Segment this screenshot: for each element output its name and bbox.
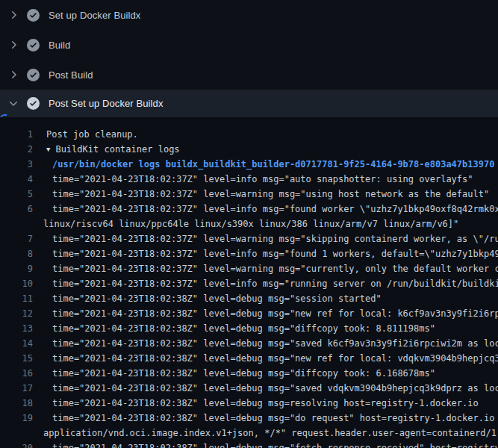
log-row: 15time="2021-04-23T18:02:38Z" level=debu…: [0, 351, 498, 366]
log-line-text: time="2021-04-23T18:02:38Z" level=debug …: [52, 411, 498, 426]
section-list: Set up Docker BuildxBuildPost BuildPost …: [0, 0, 498, 117]
line-number-link[interactable]: 8: [0, 246, 33, 261]
line-number-link[interactable]: 20: [0, 441, 33, 448]
log-line-text: time="2021-04-23T18:02:38Z" level=debug …: [52, 366, 435, 381]
log-row: 14time="2021-04-23T18:02:38Z" level=debu…: [0, 336, 498, 351]
log-line-text: time="2021-04-23T18:02:37Z" level=info m…: [52, 246, 498, 261]
log-row: 10time="2021-04-23T18:02:37Z" level=info…: [0, 276, 498, 291]
log-line-text: time="2021-04-23T18:02:38Z" level=debug …: [52, 291, 382, 306]
line-number-link[interactable]: 7: [0, 231, 33, 246]
log-row: 20time="2021-04-23T18:02:38Z" level=debu…: [0, 441, 498, 448]
log-line-text: linux/riscv64 linux/ppc64le linux/s390x …: [43, 217, 458, 231]
log-row: 19time="2021-04-23T18:02:38Z" level=debu…: [0, 411, 498, 426]
actions-log-viewer: { "colors": { "background": "#0d1117", "…: [0, 0, 498, 448]
line-number-link[interactable]: 12: [0, 306, 33, 321]
check-circle-icon: [27, 69, 40, 81]
line-number-link[interactable]: 2: [0, 142, 33, 157]
line-number-link[interactable]: 3: [0, 157, 33, 172]
log-row: 4time="2021-04-23T18:02:37Z" level=info …: [0, 172, 498, 187]
line-number-link[interactable]: 1: [0, 127, 33, 142]
log-line-text: time="2021-04-23T18:02:37Z" level=info m…: [52, 202, 498, 217]
line-number-link[interactable]: 4: [0, 172, 33, 187]
log-line-text: Post job cleanup.: [46, 127, 138, 142]
line-number-empty: [0, 426, 33, 441]
log-line-text: time="2021-04-23T18:02:38Z" level=debug …: [52, 441, 498, 448]
log-row: 16time="2021-04-23T18:02:38Z" level=debu…: [0, 366, 498, 381]
check-circle-icon: [27, 39, 40, 52]
log-row: 18time="2021-04-23T18:02:38Z" level=debu…: [0, 396, 498, 411]
section-header-post-build[interactable]: Post Build: [0, 60, 498, 90]
log-line-text: time="2021-04-23T18:02:38Z" level=debug …: [52, 396, 479, 411]
log-area: 1Post job cleanup.2▼BuildKit container l…: [0, 117, 498, 448]
log-row: 8time="2021-04-23T18:02:37Z" level=info …: [0, 246, 498, 261]
check-circle-icon: [27, 97, 40, 110]
log-row: 17time="2021-04-23T18:02:38Z" level=debu…: [0, 381, 498, 396]
line-number-link[interactable]: 6: [0, 202, 33, 217]
chevron-right-icon: [7, 39, 19, 51]
section-title: Set up Docker Buildx: [49, 10, 140, 21]
log-row: 11time="2021-04-23T18:02:38Z" level=debu…: [0, 291, 498, 306]
check-circle-icon: [27, 9, 40, 22]
log-line-text: time="2021-04-23T18:02:37Z" level=warnin…: [52, 187, 489, 202]
log-command-text: /usr/bin/docker logs buildx_buildkit_bui…: [52, 157, 494, 172]
section-title: Post Build: [49, 69, 93, 81]
log-group-label: BuildKit container logs: [55, 144, 179, 155]
chevron-right-icon: [7, 69, 19, 81]
log-row: 12time="2021-04-23T18:02:38Z" level=debu…: [0, 306, 498, 321]
line-number-link[interactable]: 11: [0, 291, 33, 306]
log-line-text: application/vnd.oci.image.index.v1+json,…: [43, 426, 498, 441]
log-line-text: time="2021-04-23T18:02:38Z" level=debug …: [52, 321, 435, 336]
line-number-link[interactable]: 5: [0, 187, 33, 202]
line-number-link[interactable]: 10: [0, 276, 33, 291]
section-title: Post Set up Docker Buildx: [49, 98, 164, 109]
log-row: 7time="2021-04-23T18:02:37Z" level=warni…: [0, 231, 498, 246]
log-line-text: time="2021-04-23T18:02:38Z" level=debug …: [52, 336, 498, 351]
line-number-empty: [0, 217, 33, 231]
line-number-link[interactable]: 13: [0, 321, 33, 336]
line-number-link[interactable]: 15: [0, 351, 33, 366]
log-line-text: time="2021-04-23T18:02:37Z" level=info m…: [52, 276, 498, 291]
chevron-right-icon: [7, 9, 19, 21]
log-line-text: time="2021-04-23T18:02:38Z" level=debug …: [52, 306, 498, 321]
line-number-link[interactable]: 14: [0, 336, 33, 351]
line-number-link[interactable]: 19: [0, 411, 33, 426]
section-header-build[interactable]: Build: [0, 30, 498, 60]
line-number-link[interactable]: 16: [0, 366, 33, 381]
section-title: Build: [49, 40, 70, 51]
log-row: 13time="2021-04-23T18:02:38Z" level=debu…: [0, 321, 498, 336]
log-line-text: time="2021-04-23T18:02:37Z" level=warnin…: [52, 261, 498, 276]
log-row: 1Post job cleanup.: [0, 127, 498, 142]
log-line-text: time="2021-04-23T18:02:38Z" level=debug …: [52, 351, 498, 366]
chevron-down-icon: [7, 98, 19, 110]
line-number-link[interactable]: 9: [0, 261, 33, 276]
log-row: 9time="2021-04-23T18:02:37Z" level=warni…: [0, 261, 498, 276]
log-row: application/vnd.oci.image.index.v1+json,…: [0, 426, 498, 441]
log-group-toggle[interactable]: ▼BuildKit container logs: [46, 142, 180, 157]
log-row: 2▼BuildKit container logs: [0, 142, 498, 157]
log-row: 5time="2021-04-23T18:02:37Z" level=warni…: [0, 187, 498, 202]
section-header-post-set-up-docker-buildx[interactable]: Post Set up Docker Buildx: [0, 90, 498, 117]
log-line-text: time="2021-04-23T18:02:37Z" level=warnin…: [52, 231, 498, 246]
line-number-link[interactable]: 18: [0, 396, 33, 411]
section-header-set-up-docker-buildx[interactable]: Set up Docker Buildx: [0, 0, 498, 30]
log-line-text: time="2021-04-23T18:02:38Z" level=debug …: [52, 381, 498, 396]
log-row: 6time="2021-04-23T18:02:37Z" level=info …: [0, 202, 498, 217]
log-line-text: time="2021-04-23T18:02:37Z" level=info m…: [52, 172, 473, 187]
log-row: 3/usr/bin/docker logs buildx_buildkit_bu…: [0, 157, 498, 172]
triangle-down-icon: ▼: [46, 142, 50, 157]
line-number-link[interactable]: 17: [0, 381, 33, 396]
log-row: linux/riscv64 linux/ppc64le linux/s390x …: [0, 217, 498, 231]
